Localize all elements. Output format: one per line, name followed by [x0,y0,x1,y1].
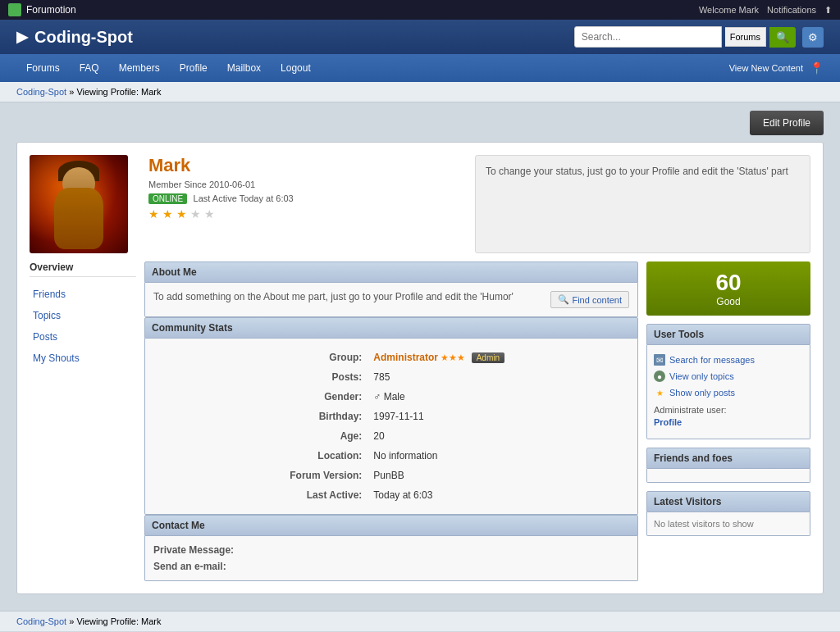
email-label: Send an e-mail: [153,561,226,572]
location-value: No information [368,447,628,465]
gender-label: Gender: [155,388,367,406]
no-visitors-text: No latest visitors to show [654,519,754,529]
about-me-section: About Me 🔍 Find content To add something… [144,261,638,317]
search-area: Forums 🔍 ⚙ [574,26,824,48]
profile-container: Mark Member Since 2010-06-01 ONLINE Last… [16,142,824,594]
main-content: Edit Profile Mark Member Since 2010-06-0… [0,102,840,602]
topbar-icon: ⬆ [824,5,832,16]
table-row: Location: No information [155,447,628,465]
search-messages-link[interactable]: ✉ Search for messages [654,352,803,368]
sidebar-item-friends[interactable]: Friends [30,284,136,305]
app-logo: Forumotion [8,3,76,16]
find-content-label: Find content [572,295,622,305]
avatar-box [30,155,136,253]
community-stats-header: Community Stats [144,317,638,339]
nav-profile[interactable]: Profile [170,54,217,82]
sidebar-item-topics[interactable]: Topics [30,305,136,326]
admin-profile-link[interactable]: Profile [654,415,803,430]
topic-icon: ● [654,371,665,382]
online-status-row: ONLINE Last Active Today at 6:03 [148,193,463,204]
user-tools-section: User Tools ✉ Search for messages ● View … [646,324,810,439]
nav-faq[interactable]: FAQ [70,54,109,82]
about-me-content: 🔍 Find content To add something on the A… [144,283,638,317]
breadcrumb-current: Viewing Profile: Mark [76,87,161,97]
sidebar-item-my-shouts[interactable]: My Shouts [30,348,136,369]
site-name: Coding-Spot [34,28,133,47]
status-text: To change your status, just go to your P… [486,166,788,177]
edit-profile-button[interactable]: Edit Profile [750,111,824,135]
view-topics-label: View only topics [669,371,734,381]
table-row: Gender: ♂ Male [155,388,628,406]
nav-mailbox[interactable]: Mailbox [217,54,271,82]
posts-label: Posts: [155,368,367,386]
sidebar-item-posts[interactable]: Posts [30,326,136,348]
content-area: About Me 🔍 Find content To add something… [144,261,638,581]
profile-top: Mark Member Since 2010-06-01 ONLINE Last… [30,155,810,253]
footer-breadcrumb-site-link[interactable]: Coding-Spot [16,616,66,626]
nav-forums[interactable]: Forums [16,54,70,82]
nav-members[interactable]: Members [109,54,170,82]
admin-badge: Admin [472,352,504,363]
birthday-value: 1997-11-11 [368,407,628,425]
star-icon: ★ [654,387,665,398]
forum-version-value: PunBB [368,466,628,484]
star-1: ★ [148,207,159,221]
age-value: 20 [368,427,628,445]
private-message-label: Private Message: [153,544,629,556]
last-active-value: Today at 6:03 [368,486,628,504]
nav-left: Forums FAQ Members Profile Mailbox Logou… [16,54,321,82]
search-input[interactable] [574,26,722,48]
site-brand[interactable]: ▶ Coding-Spot [16,28,133,47]
profile-info: Mark Member Since 2010-06-01 ONLINE Last… [148,155,463,253]
user-tools-header: User Tools [646,324,810,345]
score-box: 60 Good [646,261,810,316]
search-messages-label: Search for messages [669,355,755,365]
email-label-row: Send an e-mail: [153,561,629,572]
score-label: Good [655,296,802,307]
star-3: ★ [176,207,187,221]
community-stats-content: Group: Administrator ★★★ Admin Posts: 78… [144,339,638,515]
search-button[interactable]: 🔍 [769,27,796,48]
settings-button[interactable]: ⚙ [802,27,824,48]
footer-breadcrumb-current: Viewing Profile: Mark [76,616,161,626]
admin-label: Administrate user: [654,405,727,415]
notifications-link[interactable]: Notifications [767,5,816,15]
sidebar-overview-label: Overview [30,261,136,277]
show-posts-link[interactable]: ★ Show only posts [654,384,803,401]
find-content-button[interactable]: 🔍 Find content [550,291,629,308]
view-topics-link[interactable]: ● View only topics [654,368,803,384]
search-scope[interactable]: Forums [725,27,766,47]
friends-foes-section: Friends and foes [646,448,810,483]
group-label: Group: [155,348,367,366]
nav-logout[interactable]: Logout [271,54,321,82]
latest-visitors-content: No latest visitors to show [646,512,810,536]
contact-section: Contact Me Private Message: Send an e-ma… [144,515,638,581]
profile-stars: ★ ★ ★ ★ ★ [148,207,463,221]
topbar-right: Welcome Mark Notifications ⬆ [699,5,832,16]
star-2: ★ [162,207,173,221]
edit-profile-row: Edit Profile [16,111,824,135]
birthday-label: Birthday: [155,407,367,425]
avatar [30,155,128,253]
nav-right: View New Content 📍 [729,61,824,75]
show-posts-label: Show only posts [669,388,735,398]
find-icon: 🔍 [558,294,569,305]
friends-foes-header: Friends and foes [646,448,810,469]
gender-value: ♂ Male [368,388,628,406]
latest-visitors-section: Latest Visitors No latest visitors to sh… [646,491,810,536]
profile-name: Mark [148,155,463,176]
contact-header: Contact Me [144,515,638,536]
group-name: Administrator [373,352,438,363]
age-label: Age: [155,427,367,445]
view-new-content-link[interactable]: View New Content [729,63,803,73]
welcome-text: Welcome Mark [699,5,759,15]
stats-table: Group: Administrator ★★★ Admin Posts: 78… [153,347,629,506]
footer-breadcrumb: Coding-Spot » Viewing Profile: Mark [0,611,840,631]
avatar-body [54,188,103,249]
breadcrumb-site-link[interactable]: Coding-Spot [16,87,66,97]
navigation: Forums FAQ Members Profile Mailbox Logou… [0,54,840,82]
table-row: Birthday: 1997-11-11 [155,407,628,425]
contact-content: Private Message: Send an e-mail: [144,536,638,581]
community-stats-section: Community Stats Group: Administrator ★★★… [144,317,638,515]
friends-foes-content [646,469,810,483]
